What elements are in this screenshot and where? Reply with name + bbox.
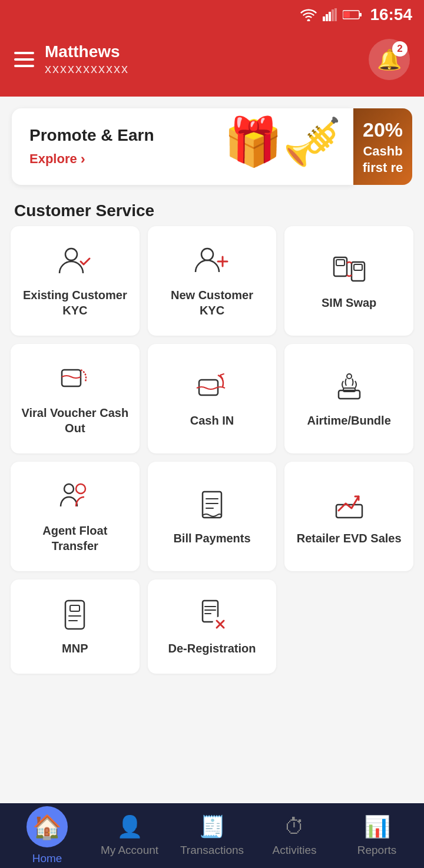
viral-voucher-icon bbox=[57, 362, 92, 397]
wifi-icon bbox=[300, 8, 317, 21]
service-item-sim-swap[interactable]: SIM Swap bbox=[284, 226, 413, 336]
service-grid-row3: Agent Float Transfer Bill Payments Retai… bbox=[0, 462, 424, 571]
service-item-de-registration[interactable]: De-Registration bbox=[148, 579, 277, 674]
banner-text: Promote & Earn Explore › bbox=[29, 126, 154, 167]
header-left: Matthews xxxxxxxxxxx bbox=[14, 42, 129, 77]
activities-label: Activities bbox=[273, 844, 317, 857]
explore-arrow-icon: › bbox=[81, 151, 85, 167]
viral-voucher-label: Viral Voucher Cash Out bbox=[20, 405, 130, 436]
user-name: Matthews bbox=[45, 42, 129, 61]
reports-label: Reports bbox=[357, 844, 397, 857]
notification-button[interactable]: 🔔 2 bbox=[369, 39, 410, 80]
svg-rect-2 bbox=[326, 14, 328, 21]
agent-float-icon bbox=[57, 479, 92, 515]
transactions-icon: 🧾 bbox=[199, 814, 226, 839]
existing-kyc-icon bbox=[57, 244, 92, 279]
service-grid-row2: Viral Voucher Cash Out Cash IN Airtime/B… bbox=[0, 344, 424, 453]
service-grid-row4: MNP De-Registration bbox=[0, 579, 424, 674]
nav-item-home[interactable]: 🏠 Home bbox=[6, 806, 88, 865]
svg-point-10 bbox=[201, 249, 213, 260]
cash-in-label: Cash IN bbox=[190, 413, 234, 428]
signal-icon bbox=[323, 8, 337, 21]
de-registration-label: De-Registration bbox=[168, 641, 256, 656]
airtime-bundle-label: Airtime/Bundle bbox=[307, 413, 391, 428]
new-kyc-icon bbox=[194, 244, 230, 279]
nav-item-my-account[interactable]: 👤 My Account bbox=[88, 814, 171, 857]
mnp-icon bbox=[57, 597, 92, 632]
service-grid-row1: Existing Customer KYC New Customer KYC S… bbox=[0, 226, 424, 336]
notification-badge: 2 bbox=[392, 41, 408, 57]
service-item-viral-voucher[interactable]: Viral Voucher Cash Out bbox=[11, 344, 140, 453]
service-item-bill-payments[interactable]: Bill Payments bbox=[148, 462, 277, 571]
svg-rect-30 bbox=[70, 605, 80, 611]
service-item-mnp[interactable]: MNP bbox=[11, 579, 140, 674]
banner-side-text: Cashb first re bbox=[359, 143, 406, 177]
cash-in-icon bbox=[194, 369, 230, 405]
sim-swap-label: SIM Swap bbox=[322, 295, 376, 310]
transactions-label: Transactions bbox=[180, 844, 244, 857]
battery-icon bbox=[343, 9, 362, 20]
nav-item-reports[interactable]: 📊 Reports bbox=[336, 814, 418, 857]
banner-container: Promote & Earn Explore › 🎁🎺 20% Cashb fi… bbox=[12, 108, 412, 185]
nav-item-transactions[interactable]: 🧾 Transactions bbox=[171, 814, 253, 857]
bottom-navigation: 🏠 Home 👤 My Account 🧾 Transactions ⏱ Act… bbox=[0, 803, 424, 868]
banner-percent: 20% bbox=[363, 117, 403, 143]
bill-payments-label: Bill Payments bbox=[173, 531, 250, 546]
home-icon: 🏠 bbox=[26, 806, 68, 847]
svg-rect-7 bbox=[359, 13, 362, 16]
svg-rect-4 bbox=[332, 9, 334, 21]
my-account-icon: 👤 bbox=[117, 814, 143, 839]
status-bar: 16:54 bbox=[0, 0, 424, 29]
service-item-existing-kyc[interactable]: Existing Customer KYC bbox=[11, 226, 140, 336]
banner-side: 20% Cashb first re bbox=[353, 108, 412, 185]
existing-kyc-label: Existing Customer KYC bbox=[20, 287, 130, 318]
home-label: Home bbox=[32, 852, 62, 865]
svg-point-9 bbox=[65, 249, 77, 260]
banner-main[interactable]: Promote & Earn Explore › 🎁🎺 bbox=[12, 108, 353, 185]
banner-graphic: 🎁🎺 bbox=[224, 114, 342, 170]
svg-rect-16 bbox=[354, 264, 362, 270]
status-icons bbox=[300, 8, 362, 21]
svg-rect-14 bbox=[336, 260, 344, 266]
retailer-evd-label: Retailer EVD Sales bbox=[297, 531, 402, 546]
service-item-cash-in[interactable]: Cash IN bbox=[148, 344, 277, 453]
service-item-retailer-evd[interactable]: Retailer EVD Sales bbox=[284, 462, 413, 571]
empty-placeholder bbox=[284, 579, 413, 674]
svg-point-21 bbox=[347, 374, 352, 379]
svg-rect-5 bbox=[334, 8, 337, 21]
banner-title: Promote & Earn bbox=[29, 126, 154, 145]
status-time: 16:54 bbox=[370, 5, 412, 24]
retailer-evd-icon bbox=[332, 487, 367, 522]
new-kyc-label: New Customer KYC bbox=[157, 287, 267, 318]
agent-float-label: Agent Float Transfer bbox=[20, 523, 130, 554]
mnp-label: MNP bbox=[62, 641, 88, 656]
activities-icon: ⏱ bbox=[284, 814, 305, 839]
my-account-label: My Account bbox=[101, 844, 158, 857]
sim-swap-icon bbox=[332, 251, 367, 287]
svg-point-23 bbox=[76, 484, 85, 493]
account-mask: xxxxxxxxxxx bbox=[45, 61, 129, 77]
service-item-airtime-bundle[interactable]: Airtime/Bundle bbox=[284, 344, 413, 453]
bill-payments-icon bbox=[194, 487, 230, 522]
nav-item-activities[interactable]: ⏱ Activities bbox=[253, 814, 336, 857]
svg-rect-3 bbox=[329, 12, 331, 21]
hamburger-menu[interactable] bbox=[14, 52, 34, 67]
airtime-bundle-icon bbox=[332, 369, 367, 405]
svg-rect-1 bbox=[323, 16, 325, 21]
de-registration-icon bbox=[194, 597, 230, 632]
svg-point-22 bbox=[64, 484, 74, 493]
banner-explore-link[interactable]: Explore › bbox=[29, 151, 154, 167]
header-info: Matthews xxxxxxxxxxx bbox=[45, 42, 129, 77]
service-item-agent-float[interactable]: Agent Float Transfer bbox=[11, 462, 140, 571]
explore-label: Explore bbox=[29, 151, 77, 167]
customer-service-title: Customer Service bbox=[0, 191, 424, 226]
reports-icon: 📊 bbox=[364, 814, 390, 839]
app-header: Matthews xxxxxxxxxxx 🔔 2 bbox=[0, 29, 424, 97]
service-item-new-kyc[interactable]: New Customer KYC bbox=[148, 226, 277, 336]
svg-point-0 bbox=[307, 19, 310, 22]
svg-rect-8 bbox=[344, 12, 350, 18]
